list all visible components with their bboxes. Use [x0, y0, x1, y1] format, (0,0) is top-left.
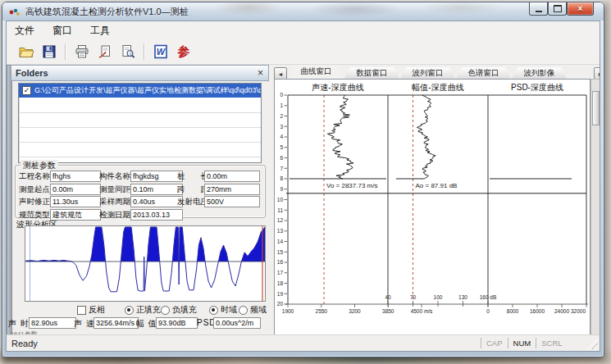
tab-3[interactable]: 色谱窗口: [456, 67, 511, 79]
depth-tick-label: 11: [277, 207, 283, 213]
open-folder-icon: [18, 43, 34, 60]
readout-value-field[interactable]: 93.90dB: [156, 317, 198, 329]
tab-2[interactable]: 波列窗口: [400, 67, 455, 79]
radio-checked[interactable]: [209, 306, 218, 315]
chart-vertical-scrollbar[interactable]: [590, 79, 600, 336]
close-button[interactable]: ×: [567, 2, 594, 16]
maximize-button[interactable]: [548, 2, 567, 16]
fill-negative-radio[interactable]: 负填充: [161, 305, 197, 315]
x-tick-label: 3850: [382, 308, 394, 314]
x-tick-label: 0: [486, 308, 490, 314]
toolbar-separator: [144, 43, 145, 60]
folder-list-item[interactable]: ✓G:\公司产品设计开发\超声仪器\超声仪实地检测数据\调试样\qd\qd03\…: [19, 84, 261, 98]
title-bar[interactable]: 高铁建筑混凝土检测分析软件V1.0—测桩 ×: [2, 2, 604, 20]
fill-negative-radio-label: 负填充: [172, 304, 197, 316]
resize-grip[interactable]: [587, 339, 598, 349]
readout-value-field[interactable]: 3256.94m/s: [93, 317, 139, 329]
print-icon: [74, 43, 90, 60]
x-tick-label: 8000: [507, 308, 519, 314]
freq-domain-radio[interactable]: 频域: [239, 305, 267, 315]
invert-checkbox-label: 反相: [89, 304, 105, 316]
tab-4[interactable]: 波列影像: [512, 67, 567, 79]
param-value-field[interactable]: 0.00m: [204, 171, 260, 182]
fill-positive-radio[interactable]: 正填充: [125, 305, 161, 315]
app-window: 高铁建筑混凝土检测分析软件V1.0—测桩 × 文件窗口工具: [2, 2, 604, 357]
parameters-button[interactable]: 参: [172, 41, 195, 62]
pile-params-title: 测桩参数: [21, 160, 58, 171]
word-report-button[interactable]: W: [149, 41, 172, 62]
depth-tick-label: 12: [277, 217, 284, 223]
wave-trace: [25, 227, 265, 292]
radio[interactable]: [161, 306, 170, 315]
depth-curve: [327, 95, 353, 179]
menu-item-0[interactable]: 文件: [13, 22, 36, 39]
radio[interactable]: [239, 306, 248, 315]
list-row-separator: [19, 112, 261, 113]
depth-tick-label: 7: [280, 166, 283, 171]
param-value-field[interactable]: 0.40us: [130, 196, 183, 207]
print-button[interactable]: [71, 41, 93, 62]
status-bar: Ready CAPNUMSCRL: [7, 334, 600, 351]
tab-0[interactable]: 曲线窗口: [289, 65, 344, 79]
x-tick-label: 32000: [571, 308, 586, 314]
x-tick-label: 40: [385, 294, 391, 300]
folders-panel-title: Folders: [16, 68, 258, 78]
depth-tick-label: 4: [280, 134, 283, 139]
print-preview-button[interactable]: [116, 41, 139, 62]
x-tick-label: 16000: [530, 308, 545, 314]
tab-1[interactable]: 数据窗口: [344, 67, 399, 79]
readout-value-field[interactable]: 0.00us^2/m: [213, 317, 261, 329]
menu-bar: 文件窗口工具: [7, 21, 600, 40]
folders-close-icon[interactable]: ×: [258, 68, 263, 78]
save-button[interactable]: [38, 41, 61, 62]
panel-title: 幅值-深度曲线: [412, 83, 463, 92]
radio-checked[interactable]: [125, 306, 134, 315]
param-value-field[interactable]: 2013.03.13: [130, 209, 183, 221]
depth-tick-label: 15: [277, 249, 284, 255]
dock-strip[interactable]: [7, 65, 12, 339]
waveform-canvas[interactable]: [25, 225, 266, 302]
time-domain-radio[interactable]: 时域: [209, 305, 237, 315]
minimize-button[interactable]: [529, 2, 548, 16]
param-label: 工程名称: [19, 171, 50, 181]
param-value-field[interactable]: 0.10m: [130, 184, 183, 195]
waveform-plot: [25, 226, 265, 301]
list-row-separator: [19, 142, 261, 143]
depth-tick-label: 10: [277, 197, 284, 202]
scrollbar-thumb[interactable]: [592, 91, 600, 125]
minimize-icon: [536, 11, 542, 12]
curve-chart-view[interactable]: 声速-深度曲线幅值-深度曲线PSD-深度曲线Vo = 2837.73 m/sAo…: [274, 79, 590, 336]
x-tick-label: 70: [410, 294, 417, 300]
param-value-field[interactable]: 270mm: [204, 184, 260, 195]
param-value-field[interactable]: 0.00m: [50, 184, 101, 195]
param-value-field[interactable]: fhghs: [50, 171, 101, 182]
mean-value-annotation: Ao = 87.91 dB: [416, 182, 458, 189]
item-checkbox[interactable]: ✓: [22, 86, 31, 95]
window-title: 高铁建筑混凝土检测分析软件V1.0—测桩: [25, 6, 189, 18]
freq-domain-radio-label: 频域: [250, 304, 267, 316]
status-message: Ready: [11, 339, 38, 348]
param-value-field[interactable]: 500V: [204, 196, 260, 207]
invert-checkbox[interactable]: 反相: [77, 305, 105, 315]
menu-item-1[interactable]: 窗口: [51, 22, 74, 39]
param-value-field[interactable]: 11.30us: [50, 196, 101, 207]
folders-panel-header[interactable]: Folders ×: [11, 65, 269, 81]
open-folder-button[interactable]: [15, 41, 38, 62]
checkbox[interactable]: [77, 306, 86, 315]
svg-text:W: W: [157, 47, 166, 57]
x-tick-label: 24000: [554, 308, 569, 314]
status-pane-scrl: SCRL: [536, 338, 567, 348]
export-button[interactable]: [93, 41, 116, 62]
menu-item-2[interactable]: 工具: [89, 22, 112, 39]
param-value-field[interactable]: fhgkdsg: [130, 171, 183, 182]
fill-positive-radio-label: 正填充: [136, 304, 161, 316]
export-icon: [97, 43, 113, 60]
param-label: 检测日期: [99, 209, 130, 220]
folders-file-list[interactable]: ✓G:\公司产品设计开发\超声仪器\超声仪实地检测数据\调试样\qd\qd03\…: [18, 83, 262, 163]
param-value-field[interactable]: 建筑规范: [50, 209, 101, 221]
print-preview-icon: [120, 43, 136, 60]
readout-value-field[interactable]: 82.90us: [29, 317, 76, 329]
parameters-icon: 参: [178, 44, 190, 60]
depth-tick-label: 2: [280, 113, 283, 119]
list-row-separator: [19, 127, 261, 128]
